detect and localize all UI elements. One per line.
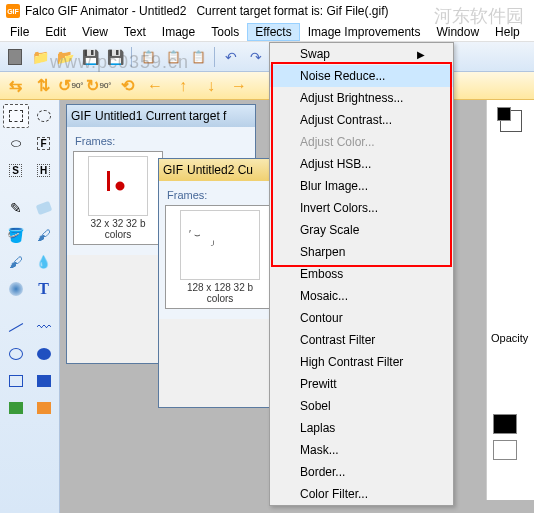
- effects-invert[interactable]: Invert Colors...: [270, 197, 453, 219]
- brush-icon: 🖌: [37, 227, 51, 243]
- eraser-icon: [35, 201, 52, 215]
- undo-button[interactable]: ↶: [220, 46, 242, 68]
- rect-fill-tool[interactable]: [31, 369, 57, 393]
- effects-brightness[interactable]: Adjust Brightness...: [270, 87, 453, 109]
- ellipse-tool[interactable]: [3, 342, 29, 366]
- rect-tool[interactable]: [3, 369, 29, 393]
- effects-sobel[interactable]: Sobel: [270, 395, 453, 417]
- line-tool[interactable]: [3, 315, 29, 339]
- effects-laplas[interactable]: Laplas: [270, 417, 453, 439]
- fg-swatch[interactable]: [497, 107, 511, 121]
- black-swatch[interactable]: [493, 414, 517, 434]
- curve-tool[interactable]: 〰: [31, 315, 57, 339]
- select-ellipse-tool[interactable]: [31, 104, 57, 128]
- menu-tools[interactable]: Tools: [203, 23, 247, 41]
- stamp-icon: S: [9, 164, 22, 177]
- ellipse-fill-icon: [37, 348, 51, 360]
- effects-high-contrast[interactable]: High Contrast Filter: [270, 351, 453, 373]
- rotate-icon: ⟲: [121, 76, 134, 95]
- ellipse-fill-tool[interactable]: [31, 342, 57, 366]
- clip2-icon: 📋: [166, 50, 181, 64]
- menu-help[interactable]: Help: [487, 23, 528, 41]
- right-panel: Opacity: [486, 100, 534, 500]
- frame-thumb-1[interactable]: 32 x 32 32 b colors: [73, 151, 163, 245]
- hand-icon: H: [37, 164, 50, 177]
- clip2-button[interactable]: 📋: [162, 46, 184, 68]
- select-ellipse-icon: [37, 110, 51, 122]
- move-right-button[interactable]: →: [228, 75, 250, 97]
- child1-titlebar[interactable]: GIF Untitled1 Current target f: [67, 105, 255, 127]
- save-button[interactable]: 💾: [79, 46, 101, 68]
- hand-tool[interactable]: H: [31, 158, 57, 182]
- white-swatch[interactable]: [493, 440, 517, 460]
- clip-icon: 📋: [141, 50, 156, 64]
- effects-swap[interactable]: Swap▶: [270, 43, 453, 65]
- rotate-button[interactable]: ⟲: [116, 75, 138, 97]
- paint-tool[interactable]: 🖌: [3, 250, 29, 274]
- title-text: Falco GIF Animator - Untitled2 Current t…: [25, 4, 388, 18]
- rotate-cw-button[interactable]: ↻90°: [88, 75, 110, 97]
- text-tool[interactable]: T: [31, 277, 57, 301]
- menu-edit[interactable]: Edit: [37, 23, 74, 41]
- effects-hsb[interactable]: Adjust HSB...: [270, 153, 453, 175]
- effects-blur[interactable]: Blur Image...: [270, 175, 453, 197]
- menu-improvements[interactable]: Image Improvements: [300, 23, 429, 41]
- move-left-button[interactable]: ←: [144, 75, 166, 97]
- left-icon: ←: [147, 77, 163, 95]
- gif-icon: GIF: [163, 163, 183, 177]
- select-lasso-tool[interactable]: ⬭: [3, 131, 29, 155]
- move-up-button[interactable]: ↑: [172, 75, 194, 97]
- effects-color-filter[interactable]: Color Filter...: [270, 483, 453, 505]
- effects-noise-reduce[interactable]: Noise Reduce...: [270, 65, 453, 87]
- menu-window[interactable]: Window: [428, 23, 487, 41]
- effects-sharpen[interactable]: Sharpen: [270, 241, 453, 263]
- effects-mosaic[interactable]: Mosaic...: [270, 285, 453, 307]
- spray-tool[interactable]: [3, 277, 29, 301]
- color-selector[interactable]: [500, 110, 522, 132]
- saveas-icon: 💾: [107, 49, 124, 65]
- sprite-preview: [103, 171, 133, 201]
- effects-grayscale[interactable]: Gray Scale: [270, 219, 453, 241]
- color2-swatch[interactable]: [31, 396, 57, 420]
- rotate-ccw-button[interactable]: ↺90°: [60, 75, 82, 97]
- bucket-tool[interactable]: 🪣: [3, 223, 29, 247]
- move-down-button[interactable]: ↓: [200, 75, 222, 97]
- clip3-button[interactable]: 📋: [187, 46, 209, 68]
- rotate-cw-icon: ↻: [86, 76, 99, 95]
- menu-file[interactable]: File: [2, 23, 37, 41]
- frame-thumb-2[interactable]: ′ ⌣ ╯ 128 x 128 32 b colors: [165, 205, 275, 309]
- menu-view[interactable]: View: [74, 23, 116, 41]
- redo-button[interactable]: ↷: [245, 46, 267, 68]
- menu-effects[interactable]: Effects: [247, 23, 299, 41]
- frame-tool[interactable]: F: [31, 131, 57, 155]
- pencil-tool[interactable]: ✎: [3, 196, 29, 220]
- effects-prewitt[interactable]: Prewitt: [270, 373, 453, 395]
- stamp-tool[interactable]: S: [3, 158, 29, 182]
- open2-button[interactable]: 📂: [54, 46, 76, 68]
- effects-emboss[interactable]: Emboss: [270, 263, 453, 285]
- curve-icon: 〰: [37, 319, 51, 335]
- flip-left-button[interactable]: ⇆: [4, 75, 26, 97]
- effects-contrast[interactable]: Adjust Contrast...: [270, 109, 453, 131]
- effects-border[interactable]: Border...: [270, 461, 453, 483]
- open-button[interactable]: 📁: [29, 46, 51, 68]
- dropper-tool[interactable]: 💧: [31, 250, 57, 274]
- brush-tool[interactable]: 🖌: [31, 223, 57, 247]
- effects-contrast-filter[interactable]: Contrast Filter: [270, 329, 453, 351]
- child1-title: Untitled1 Current target f: [95, 109, 226, 123]
- clip1-button[interactable]: 📋: [137, 46, 159, 68]
- flip-up-button[interactable]: ⇅: [32, 75, 54, 97]
- effects-contour[interactable]: Contour: [270, 307, 453, 329]
- effects-mask[interactable]: Mask...: [270, 439, 453, 461]
- saveas-button[interactable]: 💾: [104, 46, 126, 68]
- color1-swatch[interactable]: [3, 396, 29, 420]
- down-icon: ↓: [207, 77, 215, 95]
- ellipse-icon: [9, 348, 23, 360]
- new-button[interactable]: [4, 46, 26, 68]
- select-rect-tool[interactable]: [3, 104, 29, 128]
- eraser-tool[interactable]: [31, 196, 57, 220]
- menu-image[interactable]: Image: [154, 23, 203, 41]
- menu-text[interactable]: Text: [116, 23, 154, 41]
- doodle2: ╯: [211, 241, 216, 250]
- gif-icon: GIF: [71, 109, 91, 123]
